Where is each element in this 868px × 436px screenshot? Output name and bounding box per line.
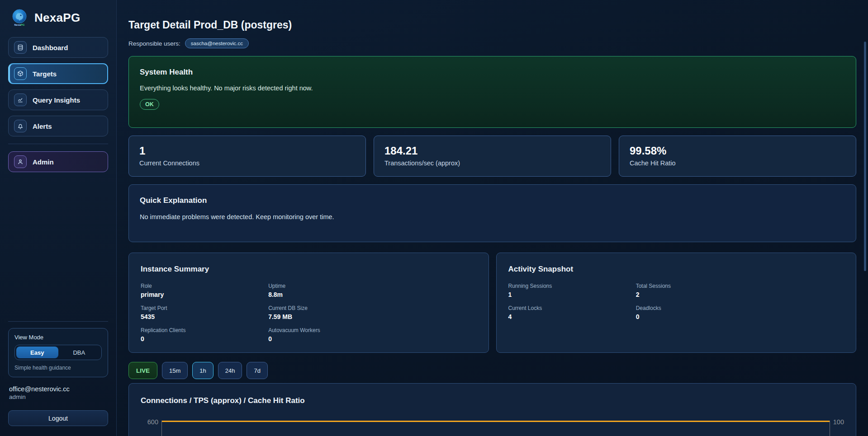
metric-card-tps: 184.21 Transactions/sec (approx) xyxy=(374,136,611,177)
quick-explanation-title: Quick Explanation xyxy=(140,196,845,205)
view-mode-caption: Simple health guidance xyxy=(14,365,102,371)
sidebar-item-label: Admin xyxy=(33,158,54,166)
metric-label: Cache Hit Ratio xyxy=(630,159,845,167)
quick-explanation-message: No immediate problems were detected. Kee… xyxy=(140,213,845,220)
sidebar-item-admin[interactable]: Admin xyxy=(8,151,108,172)
sidebar-divider xyxy=(8,144,108,144)
instance-summary-title: Instance Summary xyxy=(141,265,477,274)
view-mode-option-dba[interactable]: DBA xyxy=(58,347,100,358)
range-button-1h[interactable]: 1h xyxy=(192,362,213,379)
chart-plot-row: 600 100 xyxy=(141,421,844,436)
field-autovacuum-workers: Autovacuum Workers 0 xyxy=(268,327,476,342)
responsible-users-label: Responsible users: xyxy=(128,40,180,47)
summary-row: Instance Summary Role primary Uptime 8.8… xyxy=(128,253,856,353)
view-mode-card: View Mode Easy DBA Simple health guidanc… xyxy=(8,328,108,377)
field-total-sessions: Total Sessions 2 xyxy=(636,283,844,298)
scrollbar-thumb[interactable] xyxy=(864,42,866,271)
live-button[interactable]: LIVE xyxy=(128,362,157,379)
metric-value: 99.58% xyxy=(630,145,845,157)
range-button-24h[interactable]: 24h xyxy=(218,362,242,379)
sidebar-item-alerts[interactable]: Alerts xyxy=(8,116,108,136)
page-title: Target Detail Prod_DB (postgres) xyxy=(128,19,856,31)
field-current-locks: Current Locks 4 xyxy=(508,305,636,320)
metric-card-connections: 1 Current Connections xyxy=(128,136,366,177)
sidebar-item-label: Alerts xyxy=(33,122,52,130)
logo-row: NexaPG NexaPG xyxy=(10,8,108,27)
time-range-bar: LIVE 15m 1h 24h 7d xyxy=(128,362,856,379)
metrics-row: 1 Current Connections 184.21 Transaction… xyxy=(128,136,856,177)
sidebar-item-label: Targets xyxy=(33,70,57,78)
scrollbar-track xyxy=(864,0,867,436)
responsible-users-row: Responsible users: sascha@nesterovic.cc xyxy=(128,38,856,48)
right-axis-top-tick: 100 xyxy=(830,419,844,425)
chart-title: Connections / TPS (approx) / Cache Hit R… xyxy=(141,396,844,405)
bell-icon xyxy=(14,120,27,132)
field-uptime: Uptime 8.8m xyxy=(268,283,476,298)
status-badge: OK xyxy=(140,99,159,110)
system-health-message: Everything looks healthy. No major risks… xyxy=(140,84,845,92)
field-running-sessions: Running Sessions 1 xyxy=(508,283,636,298)
chart-card: Connections / TPS (approx) / Cache Hit R… xyxy=(128,383,856,436)
metric-label: Current Connections xyxy=(139,159,355,167)
field-db-size: Current DB Size 7.59 MB xyxy=(268,305,476,320)
view-mode-option-easy[interactable]: Easy xyxy=(16,347,58,358)
responsible-user-chip: sascha@nesterovic.cc xyxy=(185,38,249,48)
metric-value: 184.21 xyxy=(384,145,600,157)
field-replication-clients: Replication Clients 0 xyxy=(141,327,268,342)
sidebar-divider xyxy=(8,321,108,322)
database-icon xyxy=(14,41,27,54)
user-icon xyxy=(14,155,27,168)
trend-chart-icon xyxy=(14,94,27,106)
range-button-7d[interactable]: 7d xyxy=(247,362,267,379)
range-button-15m[interactable]: 15m xyxy=(162,362,188,379)
system-health-title: System Health xyxy=(140,68,845,77)
svg-text:NexaPG: NexaPG xyxy=(14,23,24,26)
activity-snapshot-card: Activity Snapshot Running Sessions 1 Tot… xyxy=(496,253,857,353)
quick-explanation-card: Quick Explanation No immediate problems … xyxy=(128,184,856,242)
instance-summary-card: Instance Summary Role primary Uptime 8.8… xyxy=(128,253,489,353)
metric-value: 1 xyxy=(139,145,355,157)
nexapg-logo-icon: NexaPG xyxy=(10,8,29,27)
view-mode-title: View Mode xyxy=(14,334,102,341)
chart-plot-area xyxy=(161,421,830,436)
user-role: admin xyxy=(9,394,108,400)
metric-card-cache-hit: 99.58% Cache Hit Ratio xyxy=(619,136,856,177)
field-target-port: Target Port 5435 xyxy=(141,305,268,320)
sidebar: NexaPG NexaPG Dashboard Targets xyxy=(0,0,117,436)
sidebar-item-label: Dashboard xyxy=(33,44,68,52)
view-mode-toggle: Easy DBA xyxy=(14,345,102,360)
cube-icon xyxy=(14,67,27,80)
metric-label: Transactions/sec (approx) xyxy=(384,159,600,167)
user-email: office@nesterovic.cc xyxy=(9,385,108,393)
sidebar-item-query-insights[interactable]: Query Insights xyxy=(8,89,108,110)
app-name: NexaPG xyxy=(34,11,81,25)
field-role: Role primary xyxy=(141,283,268,298)
system-health-card: System Health Everything looks healthy. … xyxy=(128,56,856,128)
left-axis-top-tick: 600 xyxy=(141,419,161,425)
main-content: Target Detail Prod_DB (postgres) Respons… xyxy=(117,0,868,436)
sidebar-item-dashboard[interactable]: Dashboard xyxy=(8,37,108,58)
logout-button[interactable]: Logout xyxy=(8,410,108,426)
field-deadlocks: Deadlocks 0 xyxy=(636,305,844,320)
sidebar-item-label: Query Insights xyxy=(33,96,80,104)
series-line-cache-hit xyxy=(162,421,830,422)
sidebar-item-targets[interactable]: Targets xyxy=(8,63,108,84)
activity-snapshot-title: Activity Snapshot xyxy=(508,265,844,274)
